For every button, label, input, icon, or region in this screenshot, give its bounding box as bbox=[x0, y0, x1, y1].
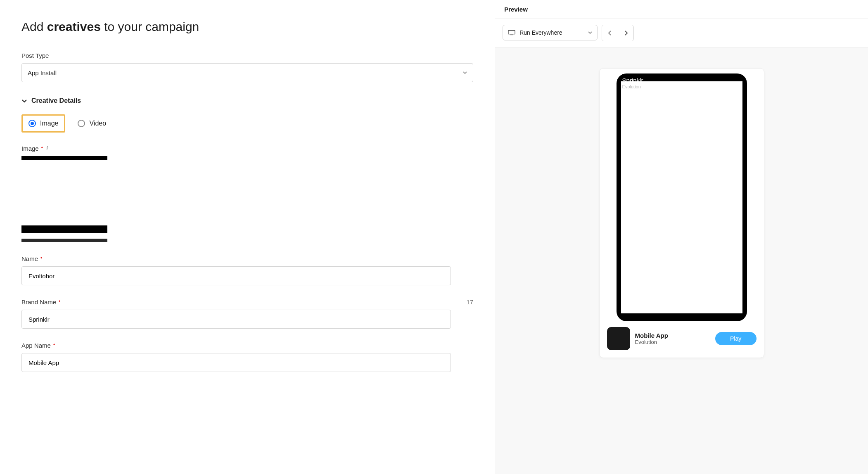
preview-app-name: Mobile App bbox=[635, 332, 668, 339]
preview-prev-button[interactable] bbox=[602, 25, 618, 41]
creative-type-video-label: Video bbox=[89, 120, 106, 127]
ad-preview-card: Sprinklr Evolution Mobile App Evolution bbox=[599, 68, 764, 358]
radio-icon bbox=[28, 120, 36, 127]
preview-header: Preview bbox=[495, 0, 868, 19]
app-name-label: App Name • bbox=[21, 342, 473, 349]
title-suffix: to your campaign bbox=[101, 20, 199, 33]
image-label: Image • i bbox=[21, 145, 473, 152]
placement-value: Run Everywhere bbox=[519, 29, 584, 36]
image-thumbnail[interactable] bbox=[21, 156, 107, 242]
info-icon[interactable]: i bbox=[46, 145, 48, 152]
placement-select[interactable]: Run Everywhere bbox=[503, 25, 598, 40]
required-dot: • bbox=[41, 145, 43, 151]
section-title: Creative Details bbox=[31, 97, 81, 104]
name-label: Name • bbox=[21, 255, 473, 262]
radio-icon bbox=[78, 120, 85, 127]
preview-app-sub: Evolution bbox=[635, 339, 668, 345]
phone-frame: Sprinklr Evolution bbox=[617, 73, 747, 321]
app-icon bbox=[607, 327, 630, 350]
post-type-label: Post Type bbox=[21, 52, 473, 59]
name-input[interactable] bbox=[21, 266, 451, 285]
title-strong: creatives bbox=[47, 20, 101, 33]
app-name-input[interactable] bbox=[21, 353, 451, 372]
brand-name-input[interactable] bbox=[21, 310, 451, 329]
preview-canvas: Sprinklr Evolution Mobile App Evolution bbox=[495, 47, 868, 379]
chevron-down-icon bbox=[21, 98, 27, 104]
phone-screen bbox=[621, 81, 743, 314]
creative-type-image[interactable]: Image bbox=[21, 114, 65, 133]
creative-type-video[interactable]: Video bbox=[72, 116, 112, 131]
page-title: Add creatives to your campaign bbox=[21, 20, 473, 34]
chevron-right-icon bbox=[624, 31, 628, 36]
preview-sub: Evolution bbox=[622, 84, 643, 90]
required-dot: • bbox=[40, 255, 42, 261]
preview-brand: Sprinklr bbox=[622, 77, 643, 84]
device-icon bbox=[508, 30, 515, 36]
creative-type-image-label: Image bbox=[40, 120, 58, 127]
required-dot: • bbox=[53, 342, 55, 348]
brand-name-counter: 17 bbox=[466, 299, 473, 306]
chevron-left-icon bbox=[607, 31, 612, 36]
svg-rect-0 bbox=[508, 31, 515, 34]
creative-details-header[interactable]: Creative Details bbox=[21, 97, 473, 104]
chevron-down-icon bbox=[588, 31, 592, 35]
post-type-value: App Install bbox=[28, 69, 57, 76]
preview-cta-button[interactable]: Play bbox=[715, 332, 757, 345]
divider bbox=[85, 101, 473, 101]
post-type-select[interactable]: App Install bbox=[21, 63, 473, 82]
brand-name-label: Brand Name • bbox=[21, 299, 60, 306]
title-prefix: Add bbox=[21, 20, 47, 33]
required-dot: • bbox=[59, 299, 60, 304]
chevron-down-icon bbox=[463, 71, 467, 75]
preview-next-button[interactable] bbox=[618, 25, 633, 41]
